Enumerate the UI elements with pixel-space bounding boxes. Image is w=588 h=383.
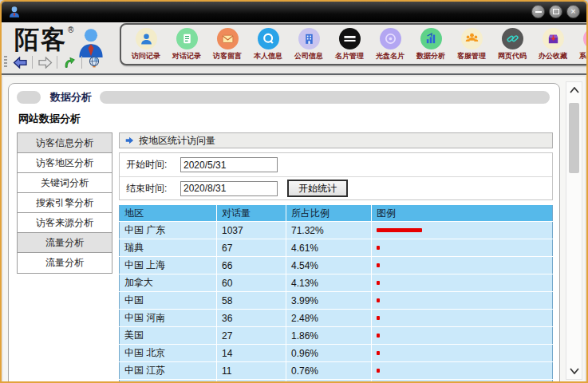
vertical-scrollbar[interactable]	[566, 81, 582, 380]
back-button[interactable]	[10, 53, 30, 71]
section-title: 网站数据分析	[18, 112, 553, 126]
registered-mark: ®	[68, 26, 73, 34]
cell-percent: 4.54%	[286, 257, 372, 274]
legend-bar	[377, 351, 380, 355]
scroll-up-button[interactable]	[566, 82, 582, 98]
sidebar-item-5[interactable]: 流量分析	[18, 233, 112, 253]
cell-legend	[372, 380, 553, 383]
toolbar-item-label: 公司信息	[294, 51, 323, 61]
content-area: 数据分析 网站数据分析 访客信息分析访客地区分析关键词分析搜索引擎分析访客来源分…	[3, 77, 585, 381]
cell-percent: 2.48%	[286, 310, 372, 327]
cell-legend	[372, 222, 553, 239]
toolbar-item-card[interactable]: 名片管理	[331, 28, 368, 61]
forward-arrow-icon	[37, 57, 53, 69]
legend-bar	[377, 246, 380, 250]
toolbar-grip-handle[interactable]	[4, 56, 7, 69]
cell-dialogs: 14	[217, 345, 286, 362]
main-column: 按地区统计访问量 开始时间: 结束时间: 开始统计	[119, 132, 553, 383]
toolbar-item-person[interactable]: 访问记录	[128, 28, 164, 61]
cell-percent: 71.32%	[286, 222, 372, 239]
maximize-button[interactable]	[549, 5, 562, 18]
sidebar-item-1[interactable]: 访客地区分析	[18, 153, 112, 173]
column-header: 对话量	[217, 205, 286, 222]
cell-dialogs: 58	[217, 292, 286, 310]
toolbar-item-building[interactable]: 公司信息	[290, 28, 327, 61]
cell-dialogs: 66	[217, 257, 286, 274]
date-range-form: 开始时间: 结束时间: 开始统计	[119, 152, 553, 200]
cell-region: 中国 上海	[120, 257, 217, 274]
cell-region: 美国	[120, 327, 217, 345]
legend-bar	[377, 316, 380, 320]
globe-icon	[88, 56, 101, 69]
start-time-label: 开始时间:	[126, 158, 180, 172]
cell-region: 中国 河南	[120, 310, 217, 327]
toolbar-item-people[interactable]: 客服管理	[453, 28, 490, 61]
sidebar-item-2[interactable]: 关键词分析	[18, 173, 112, 193]
main-toolbar: 访问记录对话记录访客留言本人信息公司信息名片管理光盘名片数据分析客服管理网页代码…	[120, 23, 588, 65]
legend-bar	[377, 298, 380, 302]
data-analysis-panel: 数据分析 网站数据分析 访客信息分析访客地区分析关键词分析搜索引擎分析访客来源分…	[8, 83, 560, 383]
toolbar-item-document[interactable]: 对话记录	[168, 28, 205, 61]
toolbar-item-label: 光盘名片	[376, 51, 404, 61]
chevron-down-icon	[570, 368, 579, 374]
cell-legend	[372, 239, 553, 257]
end-time-input[interactable]	[180, 181, 278, 196]
table-row: 中国 上海664.54%	[120, 257, 553, 274]
minimize-button[interactable]	[531, 5, 545, 18]
close-button[interactable]: ×	[566, 5, 580, 18]
start-statistics-button[interactable]: 开始统计	[287, 180, 348, 197]
sidebar-item-6[interactable]: 流量分析	[18, 253, 112, 273]
link-icon	[502, 28, 523, 49]
toolbar-item-q-badge[interactable]: 本人信息	[250, 28, 286, 61]
toolbar-item-archive[interactable]: 办公收藏	[535, 28, 571, 61]
region-stats-table: 地区对话量所占比例图例 中国 广东103771.32%瑞典674.61%中国 上…	[119, 204, 553, 383]
sidebar-item-4[interactable]: 访客来源分析	[18, 213, 112, 233]
legend-bar	[377, 263, 380, 267]
start-time-input[interactable]	[180, 157, 278, 172]
toolbar-item-link[interactable]: 网页代码	[494, 28, 531, 61]
scrollbar-thumb[interactable]	[569, 103, 579, 173]
cell-percent: 4.61%	[286, 239, 372, 257]
card-icon	[339, 28, 361, 49]
refresh-icon	[63, 56, 76, 69]
cell-percent: 0.76%	[286, 362, 372, 380]
chevron-up-icon	[570, 87, 579, 93]
legend-bar	[377, 228, 422, 232]
toolbar-item-label: 客服管理	[457, 51, 486, 61]
table-row: 中国 北京140.96%	[120, 345, 553, 362]
sidebar-item-0[interactable]: 访客信息分析	[18, 133, 112, 153]
form-row-start: 开始时间:	[120, 153, 552, 176]
cell-region: 加拿大	[120, 274, 217, 292]
cell-percent: 3.99%	[286, 292, 372, 310]
sidebar-item-3[interactable]: 搜索引擎分析	[18, 193, 112, 213]
tab-decor-right	[100, 91, 550, 104]
brand-logo-text: 陌客	[14, 24, 67, 56]
toolbar-item-chart[interactable]: 数据分析	[412, 28, 449, 61]
legend-bar	[377, 281, 380, 285]
table-row: 中国 河南362.48%	[120, 310, 553, 327]
end-time-label: 结束时间:	[126, 182, 180, 195]
column-header: 地区	[120, 205, 217, 222]
scroll-down-button[interactable]	[566, 363, 582, 379]
cell-region: 中国 浙江	[120, 380, 217, 383]
cell-legend	[372, 310, 553, 327]
home-internet-button[interactable]	[85, 53, 104, 71]
toolbar-item-label: 名片管理	[335, 51, 364, 61]
cell-region: 中国	[120, 292, 217, 310]
forward-button[interactable]	[35, 53, 54, 71]
archive-icon	[543, 28, 564, 49]
toolbar-item-label: 数据分析	[416, 51, 445, 61]
toolbar-item-envelope[interactable]: 访客留言	[209, 28, 246, 61]
toolbar-item-bell[interactable]: 系统消息	[575, 28, 588, 61]
column-header: 所占比例	[286, 205, 372, 222]
cell-legend	[372, 362, 553, 380]
cell-legend	[372, 345, 553, 362]
toolbar-item-label: 访客留言	[213, 51, 242, 61]
cell-region: 中国 北京	[120, 345, 217, 362]
column-header: 图例	[372, 205, 553, 222]
toolbar-item-disc[interactable]: 光盘名片	[372, 28, 408, 61]
tab-data-analysis[interactable]: 数据分析	[50, 90, 92, 105]
blue-arrow-icon	[124, 136, 134, 145]
refresh-button[interactable]	[60, 53, 79, 71]
header-band: 陌客 ® 访问记录对话记录访客留言本人信息公司信息名片管理光盘名片数据分析客服管…	[2, 22, 586, 75]
